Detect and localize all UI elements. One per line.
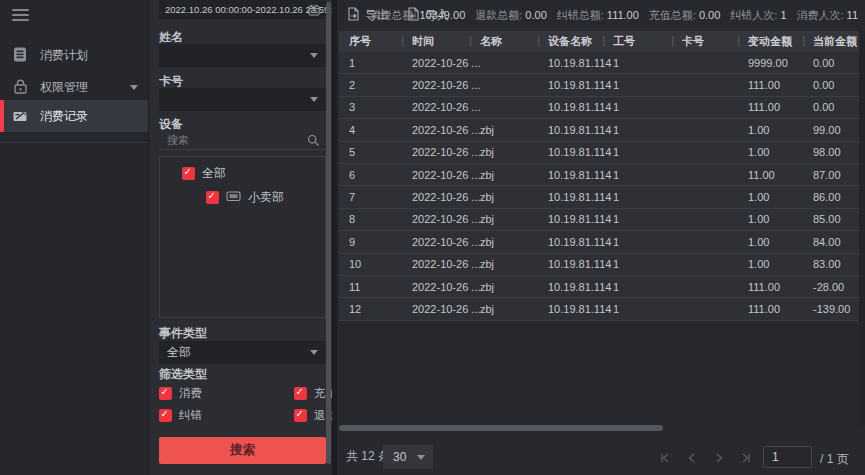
table-row[interactable]: 42022-10-26 ...zbj10.19.81.11411.0099.00 bbox=[339, 119, 865, 141]
table-row[interactable]: 92022-10-26 ...zbj10.19.81.11411.0084.00 bbox=[339, 231, 865, 253]
table-cell: 1.00 bbox=[748, 236, 813, 248]
table-cell: 10.19.81.114 bbox=[548, 57, 613, 69]
table-row[interactable]: 62022-10-26 ...zbj10.19.81.114111.0087.0… bbox=[339, 164, 865, 186]
table-cell: zbj bbox=[480, 169, 548, 181]
sidebar-item-label: 消费记录 bbox=[40, 108, 88, 125]
sidebar-item-consume-records[interactable]: 消费记录 bbox=[0, 100, 148, 132]
records-table: 序号 时间 名称 设备名称 工号 卡号 变动金额 当前金额 12022-10-2… bbox=[339, 31, 865, 321]
table-cell: 111.00 bbox=[748, 281, 813, 293]
chevron-down-icon bbox=[130, 85, 138, 90]
filter-checkbox-correction[interactable]: 纠错 bbox=[159, 408, 202, 423]
checkbox-label: 消费 bbox=[179, 386, 202, 401]
table-cell: 2022-10-26 ... bbox=[412, 79, 480, 91]
last-page-icon[interactable] bbox=[740, 450, 752, 462]
tree-item-all[interactable]: 全部 bbox=[182, 165, 226, 182]
search-button[interactable]: 搜索 bbox=[159, 437, 326, 464]
table-row[interactable]: 112022-10-26 ...zbj10.19.81.1141111.00-2… bbox=[339, 276, 865, 298]
checkbox-checked-icon[interactable] bbox=[206, 191, 219, 204]
checkbox-checked-icon[interactable] bbox=[159, 409, 172, 422]
table-cell: 1 bbox=[613, 101, 682, 113]
col-header[interactable]: 工号 bbox=[613, 34, 682, 49]
table-cell: 12 bbox=[349, 303, 412, 315]
table-row[interactable]: 32022-10-26 ...10.19.81.1141111.000.00 bbox=[339, 97, 865, 119]
date-range-input[interactable]: 2022.10.26 00:00:00-2022.10.26 23:59:59 bbox=[159, 0, 326, 19]
table-cell: 1 bbox=[613, 213, 682, 225]
export-icon bbox=[347, 7, 360, 24]
checkbox-checked-icon[interactable] bbox=[294, 409, 307, 422]
table-row[interactable]: 72022-10-26 ...zbj10.19.81.11411.0086.00 bbox=[339, 186, 865, 208]
table-cell: 10.19.81.114 bbox=[548, 213, 613, 225]
col-header[interactable]: 设备名称 bbox=[548, 34, 613, 49]
table-row[interactable]: 102022-10-26 ...zbj10.19.81.11411.0083.0… bbox=[339, 254, 865, 276]
table-row[interactable]: 22022-10-26 ...10.19.81.1141111.000.00 bbox=[339, 74, 865, 96]
chevron-down-icon bbox=[417, 455, 425, 460]
col-header[interactable]: 卡号 bbox=[682, 34, 748, 49]
table-row[interactable]: 82022-10-26 ...zbj10.19.81.11411.0085.00 bbox=[339, 209, 865, 231]
table-cell: -28.00 bbox=[813, 281, 865, 293]
col-header[interactable]: 名称 bbox=[480, 34, 548, 49]
card-select[interactable] bbox=[159, 88, 326, 111]
calendar-icon[interactable] bbox=[308, 4, 320, 18]
records-icon bbox=[12, 108, 29, 125]
search-icon[interactable] bbox=[307, 133, 320, 151]
table-cell: 3 bbox=[349, 101, 412, 113]
table-cell: 10.19.81.114 bbox=[548, 101, 613, 113]
col-header[interactable]: 当前金额 bbox=[813, 34, 865, 49]
table-cell: 2022-10-26 ... bbox=[412, 303, 480, 315]
table-row[interactable]: 52022-10-26 ...zbj10.19.81.11411.0098.00 bbox=[339, 142, 865, 164]
table-cell: 2022-10-26 ... bbox=[412, 101, 480, 113]
col-header[interactable]: 时间 bbox=[412, 34, 480, 49]
date-range-value: 2022.10.26 00:00:00-2022.10.26 23:59:59 bbox=[165, 4, 332, 15]
checkbox-checked-icon[interactable] bbox=[182, 167, 195, 180]
sidebar-item-permissions[interactable]: 权限管理 bbox=[0, 72, 148, 102]
device-icon bbox=[226, 188, 241, 206]
table-row[interactable]: 12022-10-26 ...10.19.81.11419999.000.00 bbox=[339, 52, 865, 74]
next-page-icon[interactable] bbox=[713, 450, 725, 462]
table-cell: 84.00 bbox=[813, 236, 865, 248]
table-cell: 1 bbox=[349, 57, 412, 69]
table-cell: 1 bbox=[613, 281, 682, 293]
first-page-icon[interactable] bbox=[659, 450, 671, 462]
device-search-input[interactable] bbox=[159, 131, 326, 150]
lock-icon bbox=[12, 78, 29, 95]
stat-consume-count: 消费人次:11 bbox=[797, 8, 858, 23]
table-cell: 111.00 bbox=[748, 303, 813, 315]
checkbox-checked-icon[interactable] bbox=[159, 387, 172, 400]
checkbox-checked-icon[interactable] bbox=[294, 387, 307, 400]
table-cell: 2022-10-26 ... bbox=[412, 169, 480, 181]
vertical-scrollbar-track[interactable] bbox=[859, 31, 865, 425]
table-cell: 1 bbox=[613, 146, 682, 158]
table-cell: 9 bbox=[349, 236, 412, 248]
page-size-select[interactable]: 30 bbox=[383, 445, 433, 469]
table-cell: 1 bbox=[613, 303, 682, 315]
table-header: 序号 时间 名称 设备名称 工号 卡号 变动金额 当前金额 bbox=[339, 31, 865, 52]
horizontal-scrollbar[interactable] bbox=[339, 425, 663, 431]
col-header[interactable]: 变动金额 bbox=[748, 34, 813, 49]
prev-page-icon[interactable] bbox=[686, 450, 698, 462]
table-cell: zbj bbox=[480, 191, 548, 203]
sidebar-item-label: 权限管理 bbox=[40, 79, 88, 96]
filter-scrollbar[interactable] bbox=[326, 2, 331, 464]
table-cell: 4 bbox=[349, 124, 412, 136]
table-cell: 1 bbox=[613, 258, 682, 270]
table-cell: 99.00 bbox=[813, 124, 865, 136]
event-type-select[interactable]: 全部 bbox=[159, 341, 326, 364]
table-row[interactable]: 122022-10-26 ...zbj10.19.81.1141111.00-1… bbox=[339, 298, 865, 320]
filter-checkbox-consume[interactable]: 消费 bbox=[159, 386, 202, 401]
table-cell: 1 bbox=[613, 191, 682, 203]
menu-toggle-icon[interactable] bbox=[12, 9, 29, 22]
sidebar-item-consume-plan[interactable]: 消费计划 bbox=[0, 40, 148, 70]
filter-type-label: 筛选类型 bbox=[159, 366, 207, 383]
table-cell: 2022-10-26 ... bbox=[412, 258, 480, 270]
filter-panel: 2022.10.26 00:00:00-2022.10.26 23:59:59 … bbox=[148, 0, 332, 475]
table-body: 12022-10-26 ...10.19.81.11419999.000.002… bbox=[339, 52, 865, 321]
page-number-input[interactable] bbox=[763, 446, 812, 468]
tree-item-shop[interactable]: 小卖部 bbox=[206, 188, 284, 206]
name-select[interactable] bbox=[159, 44, 326, 67]
col-header[interactable]: 序号 bbox=[349, 34, 412, 49]
table-cell: zbj bbox=[480, 281, 548, 293]
tree-item-label: 小卖部 bbox=[248, 189, 284, 206]
table-cell: 2022-10-26 ... bbox=[412, 213, 480, 225]
table-cell: 7 bbox=[349, 191, 412, 203]
table-cell: 10.19.81.114 bbox=[548, 191, 613, 203]
